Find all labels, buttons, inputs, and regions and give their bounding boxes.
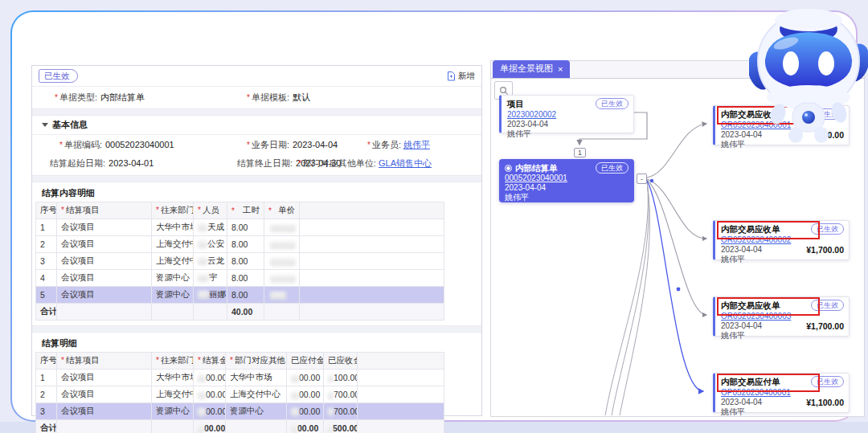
biz-date-field: *业务日期:2023-04-04 <box>247 139 338 151</box>
doc-node-title: 内部交易应收单 <box>721 300 780 310</box>
doc-node-person: 姚伟平 <box>721 407 844 417</box>
project-node-title: 项目 <box>507 99 524 108</box>
project-code-link[interactable]: 20230020002 <box>507 110 556 119</box>
doc-node-amount: ¥1,700.00 <box>806 321 844 331</box>
required-mark: * <box>247 141 250 149</box>
biz-date-value: 2023-04-04 <box>293 140 338 149</box>
tab-document-panorama[interactable]: 单据全景视图 × <box>493 60 570 78</box>
redacted-text <box>328 408 334 416</box>
table-row[interactable]: 1会议项目大华中市场天成8.00 <box>36 219 444 236</box>
close-icon[interactable]: × <box>558 64 563 74</box>
biz-date-label: 业务日期: <box>252 140 289 149</box>
doc-node-date: 2023-04-04 <box>721 245 762 255</box>
redacted-text <box>270 275 296 283</box>
settlement-node-title: 内部结算单 <box>515 163 558 173</box>
code-value: 00052023040001 <box>105 140 174 149</box>
doc-node-title: 内部交易应付单 <box>721 377 780 386</box>
table-row[interactable]: 4会议项目资源中心宇8.00 <box>36 270 444 287</box>
start-date-field: 结算起始日期:2023-04-01 <box>50 157 154 170</box>
doc-node-person: 姚伟平 <box>721 140 844 149</box>
content-table-total-row: 合计40.00 <box>36 304 444 321</box>
doc-node-person: 姚伟平 <box>721 331 844 341</box>
content-table: 序号 *结算项目 *往来部门 *人员 *工时 *单价 1会议项目大华中市场天成8… <box>35 202 444 321</box>
child-count-box[interactable]: 1 <box>574 148 586 157</box>
payable-node-1[interactable]: 内部交易应付单已生效 OP0520230400001 2023-04-04¥1,… <box>713 373 850 413</box>
tab-label: 单据全景视图 <box>500 63 553 75</box>
redacted-text <box>198 391 206 399</box>
table-row-selected[interactable]: 3会议项目资源中心00.00资源中心00.00700.00 <box>36 403 444 420</box>
col-hours: *工时 <box>227 202 264 219</box>
template-label: 单据模板: <box>252 92 289 102</box>
col-no: 序号 <box>36 353 57 370</box>
doc-node-amount: ¥1,100.00 <box>806 398 844 407</box>
salesman-link[interactable]: 姚伟平 <box>403 140 430 149</box>
doc-node-title: 内部交易应收单 <box>721 109 780 119</box>
required-mark: * <box>247 93 250 102</box>
settlement-node-selected[interactable]: 内部结算单已生效 00052023040001 2023-04-04 姚伟平 <box>499 159 634 202</box>
current-doc-icon <box>505 165 512 172</box>
doc-code-link[interactable]: OP0520230400001 <box>721 388 791 397</box>
status-badge: 已生效 <box>811 108 844 120</box>
required-mark: * <box>55 93 58 102</box>
project-node-person: 姚伟平 <box>507 129 628 139</box>
doc-type-row: *单据类型:内部结算单 *单据模板:默认 <box>32 87 481 108</box>
redacted-text <box>270 292 286 300</box>
code-label: 单据编码: <box>64 140 102 149</box>
doc-node-date: 2023-04-04 <box>721 321 762 331</box>
receivable-node-3[interactable]: 内部交易应收单已生效 OR0520230400003 2023-04-04¥1,… <box>713 296 850 337</box>
redacted-text <box>328 425 333 433</box>
doc-code-link[interactable]: OR0520230400002 <box>721 235 791 244</box>
settlement-code-link[interactable]: 00052023040001 <box>505 174 567 182</box>
col-item: *结算项目 <box>57 353 152 370</box>
redacted-text <box>198 257 207 265</box>
project-node[interactable]: 项目已生效 20230020002 2023-04-04 姚伟平 <box>499 95 634 133</box>
redacted-text <box>270 241 296 249</box>
app-frame: 已生效 新增 *单据类型:内部结算单 *单据模板:默认 基本信息 *单据编码:0… <box>10 10 858 422</box>
content-table-title: 结算内容明细 <box>32 182 481 202</box>
receivable-node-2[interactable]: 内部交易应收单已生效 OR0520230400002 2023-04-04¥1,… <box>713 220 850 260</box>
table-row[interactable]: 3会议项目上海交付中心云龙8.00 <box>36 253 444 270</box>
add-button[interactable]: 新增 <box>447 71 475 82</box>
template-field: *单据模板:默认 <box>247 92 310 104</box>
col-filler <box>358 353 444 370</box>
col-dept: *往来部门 <box>152 353 194 370</box>
doc-code-link[interactable]: OR0520230400001 <box>721 121 791 129</box>
dept-unit-label: 部门对应其他单位: <box>303 158 376 168</box>
redacted-text <box>328 374 334 382</box>
basic-info-header[interactable]: 基本信息 <box>32 116 481 135</box>
redacted-text <box>270 224 296 232</box>
detail-table: 序号 *结算项目 *往来部门 *结算金额 *部门对应其他单位 已应付金额 已应收… <box>35 352 444 433</box>
redacted-text <box>198 425 204 433</box>
graph-tabbar: 单据全景视图 × <box>490 60 865 79</box>
app-frame-inner: 已生效 新增 *单据类型:内部结算单 *单据模板:默认 基本信息 *单据编码:0… <box>12 12 856 420</box>
project-node-date: 2023-04-04 <box>507 120 628 129</box>
collapse-toggle[interactable]: - <box>637 174 647 184</box>
redacted-text <box>198 274 209 282</box>
doc-node-title: 内部交易应收单 <box>721 224 780 234</box>
doc-type-label: 单据类型: <box>59 92 97 102</box>
status-badge: 已生效 <box>39 69 78 83</box>
add-doc-icon <box>447 71 456 81</box>
redacted-text <box>270 258 296 266</box>
section-gap <box>32 108 481 116</box>
table-row[interactable]: 2会议项目上海交付中心公安8.00 <box>36 236 444 253</box>
search-icon <box>499 86 509 96</box>
dept-unit-link[interactable]: GLA销售中心 <box>379 158 432 168</box>
start-date-label: 结算起始日期: <box>50 158 105 168</box>
basic-info-rows: *单据编码:00052023040001 *业务日期:2023-04-04 *业… <box>32 135 481 175</box>
receivable-node-1[interactable]: 内部交易应收单已生效 OR0520230400001 2023-04-040.0… <box>713 105 850 145</box>
redacted-text <box>291 408 299 416</box>
redacted-text <box>198 240 207 248</box>
col-filler <box>300 202 444 219</box>
col-price: *单价 <box>264 202 300 219</box>
detail-table-header: 序号 *结算项目 *往来部门 *结算金额 *部门对应其他单位 已应付金额 已应收… <box>36 353 444 370</box>
doc-node-amount: ¥1,700.00 <box>806 245 844 255</box>
status-badge: 已生效 <box>596 98 628 109</box>
end-date-label: 结算终止日期: <box>237 158 293 168</box>
redacted-text <box>198 374 206 382</box>
table-row[interactable]: 1会议项目大华中市场00.00大华中市场00.00100.00 <box>36 370 444 386</box>
redacted-text <box>291 425 297 433</box>
doc-code-link[interactable]: OR0520230400003 <box>721 312 791 321</box>
table-row[interactable]: 2会议项目上海交付中心00.00上海交付中心00.00700.00 <box>36 386 444 403</box>
table-row-selected[interactable]: 5会议项目资源中心丽娜8.00 <box>36 287 444 304</box>
